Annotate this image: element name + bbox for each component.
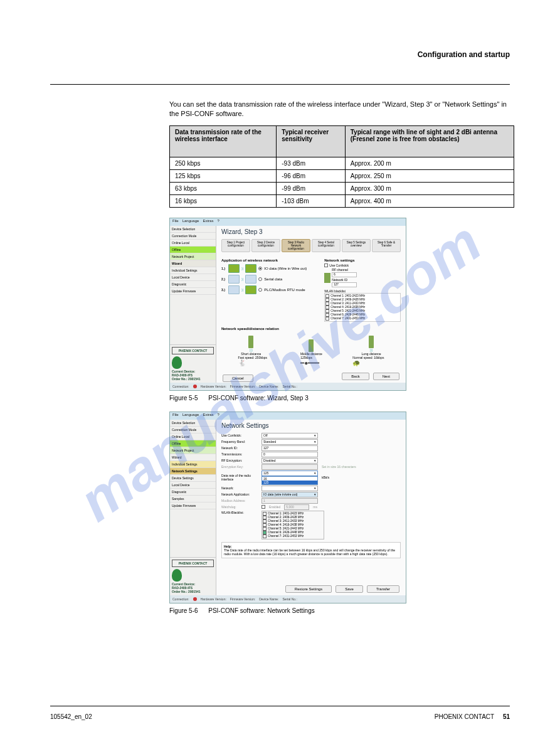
menubar[interactable]: File Language Extras ? [170, 412, 406, 420]
slider-icon[interactable]: ━●━━━ [300, 359, 319, 366]
menu-lang[interactable]: Language [182, 219, 199, 225]
device-icon [324, 273, 330, 283]
sidebar-item-individual[interactable]: Individual Settings [170, 461, 216, 468]
trans-input[interactable]: 0 [262, 452, 318, 457]
step-2[interactable]: Step 2 Device configuration [251, 239, 280, 252]
app-option-row[interactable]: 2.) )) Serial data [221, 275, 320, 284]
sidebar-item[interactable]: Wizard [170, 454, 216, 461]
cancel-button[interactable]: Cancel [223, 375, 253, 382]
sidebar-item[interactable]: Connection Mode [170, 233, 216, 240]
freqband-select[interactable]: Standard▾ [262, 439, 318, 445]
checkbox[interactable] [325, 317, 329, 321]
step-4[interactable]: Step 4 Serial configuration [312, 239, 341, 252]
sidebar-item[interactable]: Local Device [170, 482, 216, 489]
wlan-channel-label: Channel 3: 2411-2433 MHz [268, 519, 304, 523]
wlan-channel-row[interactable]: Channel 7: 2431-2453 MHz [263, 534, 323, 538]
network-select[interactable]: ▾ [262, 486, 318, 491]
datarate-dropdown-list[interactable]: 16 125 [262, 476, 318, 485]
enckey-hint: Set in size 16 characters [322, 465, 356, 469]
rf-channel-field[interactable]: 6 [332, 272, 357, 277]
save-button[interactable]: Save [335, 585, 363, 593]
table-cell: -99 dBm [277, 182, 345, 194]
menu-extras[interactable]: Extras [203, 413, 213, 419]
step-6[interactable]: Step 6 Safe & Transfer [372, 239, 401, 252]
opt-label: Serial data [264, 277, 282, 281]
sidebar-item[interactable]: Online Local [170, 240, 216, 247]
sidebar-item[interactable]: Update Firmware [170, 502, 216, 509]
app-option-row[interactable]: 1.) )) IO data (Wire in Wire out) [221, 264, 320, 273]
brand-logo: PHŒNIX CONTACT [172, 560, 214, 567]
watchdog-enabled-label: Enabled [269, 505, 280, 509]
step-5[interactable]: Step 5 Settings overview [342, 239, 371, 252]
netid-field[interactable]: 127 [332, 282, 357, 287]
sidebar-item-offline[interactable]: Offline [170, 247, 216, 253]
lbl-netid: Network ID: [221, 446, 258, 450]
datarate-select[interactable]: 125▾ [262, 470, 318, 476]
app-option-row[interactable]: 3.) )) PLC/Modbus RTU mode [221, 285, 320, 294]
menu-file[interactable]: File [172, 413, 179, 419]
sidebar-item[interactable]: Diagnostic [170, 489, 216, 496]
sidebar-item[interactable]: Diagnostic [170, 281, 216, 288]
step-3[interactable]: Step 3 Radio Network configuration [282, 239, 310, 252]
status-item: Serial No.: [283, 597, 297, 601]
step-1[interactable]: Step 1 Project configuration [221, 239, 250, 252]
wizard-steps: Step 1 Project configuration Step 2 Devi… [221, 239, 401, 252]
wlan-channel-label: Channel 6: 2426-2448 MHz [268, 531, 304, 534]
sidebar-item[interactable]: Local Device [170, 274, 216, 281]
table-cell: Approx. 300 m [345, 182, 514, 194]
sidebar-item[interactable]: Device Selection [170, 420, 216, 427]
next-button[interactable]: Next [373, 373, 399, 380]
device-icon [369, 336, 374, 348]
sidebar-item[interactable]: Device Selection [170, 226, 216, 233]
wlan-channel-label: Channel 6: 2426-2448 MHz [330, 313, 365, 316]
wlan-list[interactable]: Channel 1: 2401-2423 MHzChannel 2: 2406-… [324, 293, 401, 322]
netapp-select[interactable]: IO data (wire in/wire out)▾ [262, 492, 318, 497]
enckey-input [262, 464, 318, 470]
sidebar-item[interactable]: Device Settings [170, 475, 216, 482]
status-item: Connection: [172, 385, 189, 388]
radio-selected[interactable] [258, 267, 262, 270]
sidebar-item-offline[interactable]: Offline [170, 440, 216, 447]
sidebar-item[interactable]: Online Local [170, 433, 216, 440]
panel-wizard: Wizard, Step 3 Step 1 Project configurat… [216, 226, 406, 383]
datarate-option-selected[interactable]: 125 [262, 481, 317, 484]
sidebar-item[interactable]: Update Firmware [170, 288, 216, 295]
menubar[interactable]: File Language Extras ? [170, 218, 406, 226]
rule-bottom [50, 706, 510, 706]
sidebar-item-network[interactable]: Network Project [170, 253, 216, 260]
datarate-unit: kBit/s [322, 476, 329, 479]
sidebar-item-netsettings[interactable]: Network Settings [170, 468, 216, 475]
menu-file[interactable]: File [172, 219, 179, 225]
menu-extras[interactable]: Extras [203, 219, 213, 225]
use-confstick-label: Use Confstick [329, 263, 349, 267]
table-cell: 16 kbps [170, 194, 277, 207]
sidebar-item[interactable]: Samples [170, 496, 216, 502]
wlan-list[interactable]: Channel 1: 2401-2423 MHzChannel 2: 2406-… [262, 511, 324, 539]
checkbox[interactable] [324, 263, 328, 267]
confstick-select[interactable]: Off▾ [262, 433, 318, 438]
menu-lang[interactable]: Language [182, 413, 199, 419]
sidebar-item[interactable]: Individual Settings [170, 267, 216, 274]
table-cell: 250 kbps [170, 157, 277, 169]
netid-input[interactable]: 127 [262, 445, 318, 451]
menu-help[interactable]: ? [217, 413, 219, 419]
encryption-select[interactable]: Disabled▾ [262, 458, 318, 464]
radio[interactable] [258, 277, 262, 281]
lbl-wlan: WLAN-Blacklist: [221, 511, 258, 514]
sidebar-item-network[interactable]: Network Project [170, 447, 216, 454]
lbl-datarate: Data rate of the radio interface [221, 474, 258, 481]
sidebar-item-wizard[interactable]: Wizard [170, 260, 216, 267]
lbl-netapp: Network Application: [221, 492, 258, 496]
leaf-icon [172, 569, 182, 582]
back-button[interactable]: Back [342, 373, 369, 380]
sidebar-item[interactable]: Connection Mode [170, 427, 216, 433]
checkbox[interactable] [263, 534, 267, 538]
transfer-button[interactable]: Transfer [367, 585, 399, 593]
lbl-confstick: Use Confstick: [221, 433, 258, 437]
wave-icon: )) [241, 288, 243, 292]
wlan-channel-row[interactable]: Channel 7: 2431-2453 MHz [325, 317, 399, 321]
data-rate-table: Data transmission rate of the wireless i… [169, 125, 514, 208]
radio[interactable] [258, 288, 262, 292]
menu-help[interactable]: ? [217, 219, 219, 225]
restore-button[interactable]: Restore Settings [285, 585, 332, 593]
